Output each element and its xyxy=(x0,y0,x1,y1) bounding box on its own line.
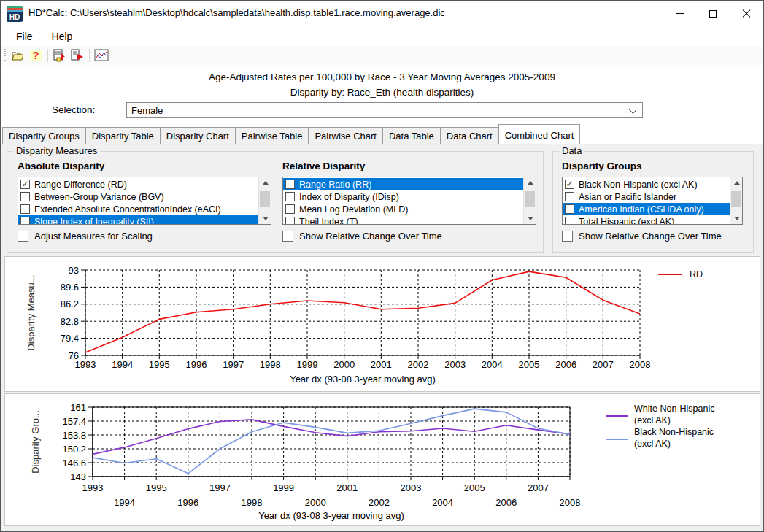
tab-disparity-table[interactable]: Disparity Table xyxy=(85,127,161,144)
tab-data-chart[interactable]: Data Chart xyxy=(440,127,499,144)
scroll-thumb[interactable] xyxy=(260,191,270,207)
listbox-item[interactable]: Range Ratio (RR) xyxy=(283,178,523,190)
window-title: HD*Calc: C:\Users\steahlm\Desktop\hdcalc… xyxy=(28,7,445,18)
y-axis-title: Disparity Gro... xyxy=(30,410,41,474)
x-tick-label: 1997 xyxy=(209,482,231,493)
y-tick-label: 93 xyxy=(69,265,79,276)
copy-chart-icon xyxy=(53,49,67,62)
export-data-button[interactable] xyxy=(69,47,85,63)
listbox-item[interactable]: Asian or Pacific Islander xyxy=(563,190,730,203)
checkbox-box[interactable] xyxy=(18,231,28,242)
legend-label: Black Non-Hispanic xyxy=(634,427,714,437)
unchecked-checkbox-icon[interactable] xyxy=(565,192,574,201)
checkbox-box[interactable] xyxy=(282,231,293,242)
listbox-item[interactable]: ✓Black Non-Hispanic (excl AK) xyxy=(563,178,730,190)
unchecked-checkbox-icon[interactable] xyxy=(285,217,295,225)
scroll-up-icon[interactable] xyxy=(524,177,536,188)
listbox-item[interactable]: Slope Index of Inequality (SII) xyxy=(18,215,258,225)
disparity-groups-title: Disparity Groups xyxy=(562,161,642,171)
report-subtitle: Disparity by: Race_Eth (health dispariti… xyxy=(1,85,763,100)
maximize-icon xyxy=(709,10,717,18)
x-tick-label: 1993 xyxy=(75,359,96,370)
unchecked-checkbox-icon[interactable] xyxy=(285,204,295,214)
listbox-item[interactable]: ✓Range Difference (RD) xyxy=(18,178,258,190)
checked-checkbox-icon[interactable]: ✓ xyxy=(565,180,574,189)
x-tick-label: 2006 xyxy=(495,497,517,508)
checkbox-label: Adjust Measures for Scaling xyxy=(34,231,153,242)
scrollbar[interactable] xyxy=(730,177,742,224)
selection-dropdown[interactable]: Female xyxy=(126,102,643,118)
x-tick-label: 1998 xyxy=(242,497,263,508)
listbox-item[interactable]: Mean Log Deviation (MLD) xyxy=(283,203,523,215)
data-groupbox: Data Disparity Groups ✓Black Non-Hispani… xyxy=(552,151,754,253)
chart-icon xyxy=(94,49,109,62)
toolbar-separator xyxy=(47,49,48,62)
maximize-button[interactable] xyxy=(696,1,730,26)
y-tick-label: 153.8 xyxy=(62,430,86,441)
help-button[interactable]: ? xyxy=(28,47,44,63)
tab-disparity-chart[interactable]: Disparity Chart xyxy=(160,127,236,144)
report-title: Age-Adjusted Rates per 100,000 by Race -… xyxy=(1,69,763,85)
listbox-item[interactable]: Extended Absolute ConcentrationIndex (eA… xyxy=(18,203,258,215)
y-tick-label: 150.2 xyxy=(62,444,86,455)
listbox-item-label: Range Ratio (RR) xyxy=(299,180,371,190)
x-tick-label: 2003 xyxy=(401,482,422,493)
adjust-measures-checkbox[interactable]: Adjust Measures for Scaling xyxy=(18,231,153,242)
scroll-thumb[interactable] xyxy=(525,191,535,207)
menu-help[interactable]: Help xyxy=(42,28,82,45)
checkbox-box[interactable] xyxy=(562,231,573,242)
listbox-item-label: Theil Index (T) xyxy=(299,217,358,225)
tab-strip: Disparity GroupsDisparity TableDisparity… xyxy=(2,124,579,144)
legend-label: (excl AK) xyxy=(634,415,671,425)
copy-chart-button[interactable] xyxy=(52,47,68,63)
app-icon-label: HD xyxy=(7,12,23,22)
unchecked-checkbox-icon[interactable] xyxy=(20,217,30,225)
help-icon: ? xyxy=(30,50,42,61)
title-bar: HD HD*Calc: C:\Users\steahlm\Desktop\hdc… xyxy=(1,1,763,27)
listbox-item[interactable]: American Indian (CSHDA only) xyxy=(563,203,730,215)
listbox-item[interactable]: Index of Disparity (IDisp) xyxy=(283,190,523,203)
app-icon: HD xyxy=(7,6,23,22)
y-tick-label: 161 xyxy=(70,402,86,413)
unchecked-checkbox-icon[interactable] xyxy=(20,204,30,214)
listbox-item[interactable]: Theil Index (T) xyxy=(283,215,523,225)
unchecked-checkbox-icon[interactable] xyxy=(565,204,574,214)
tab-disparity-groups[interactable]: Disparity Groups xyxy=(2,127,86,144)
y-tick-label: 82.8 xyxy=(61,316,79,327)
minimize-button[interactable] xyxy=(663,1,696,26)
unchecked-checkbox-icon[interactable] xyxy=(20,192,30,201)
toolbar-gripper xyxy=(4,49,6,62)
listbox-item-label: Index of Disparity (IDisp) xyxy=(299,192,399,202)
scroll-down-icon[interactable] xyxy=(730,213,743,224)
checked-checkbox-icon[interactable]: ✓ xyxy=(20,180,30,189)
x-tick-label: 1995 xyxy=(146,482,167,493)
data-show-relative-change-checkbox[interactable]: Show Relative Change Over Time xyxy=(562,231,722,242)
x-axis-title: Year dx (93-08 3-year moving avg) xyxy=(258,510,404,521)
disparity-measures-groupbox: Disparity Measures Absolute Disparity ✓R… xyxy=(7,151,544,253)
scroll-up-icon[interactable] xyxy=(259,177,271,188)
chart-settings-button[interactable] xyxy=(93,47,109,63)
show-relative-change-checkbox[interactable]: Show Relative Change Over Time xyxy=(282,231,442,242)
unchecked-checkbox-icon[interactable] xyxy=(285,192,295,201)
relative-disparity-listbox: Range Ratio (RR)Index of Disparity (IDis… xyxy=(282,177,536,225)
listbox-item[interactable]: Total Hispanic (excl AK) xyxy=(563,215,730,225)
open-file-button[interactable] xyxy=(10,47,26,63)
unchecked-checkbox-icon[interactable] xyxy=(285,180,295,189)
tab-data-table[interactable]: Data Table xyxy=(382,127,441,144)
scroll-up-icon[interactable] xyxy=(730,177,743,188)
listbox-item-label: Extended Absolute ConcentrationIndex (eA… xyxy=(34,204,221,215)
tab-combined-chart[interactable]: Combined Chart xyxy=(498,124,581,144)
unchecked-checkbox-icon[interactable] xyxy=(565,217,574,225)
x-tick-label: 1993 xyxy=(82,482,104,493)
menu-file[interactable]: File xyxy=(7,28,42,45)
scrollbar[interactable] xyxy=(523,177,536,224)
listbox-item-label: Slope Index of Inequality (SII) xyxy=(34,217,154,225)
close-button[interactable] xyxy=(730,1,763,26)
listbox-item[interactable]: Between-Group Variance (BGV) xyxy=(18,190,258,203)
scroll-down-icon[interactable] xyxy=(259,213,271,224)
tab-pairwise-chart[interactable]: Pairwise Chart xyxy=(308,127,383,144)
scroll-thumb[interactable] xyxy=(731,191,741,207)
tab-pairwise-table[interactable]: Pairwise Table xyxy=(235,127,309,144)
scrollbar[interactable] xyxy=(258,177,271,224)
scroll-down-icon[interactable] xyxy=(524,213,536,224)
